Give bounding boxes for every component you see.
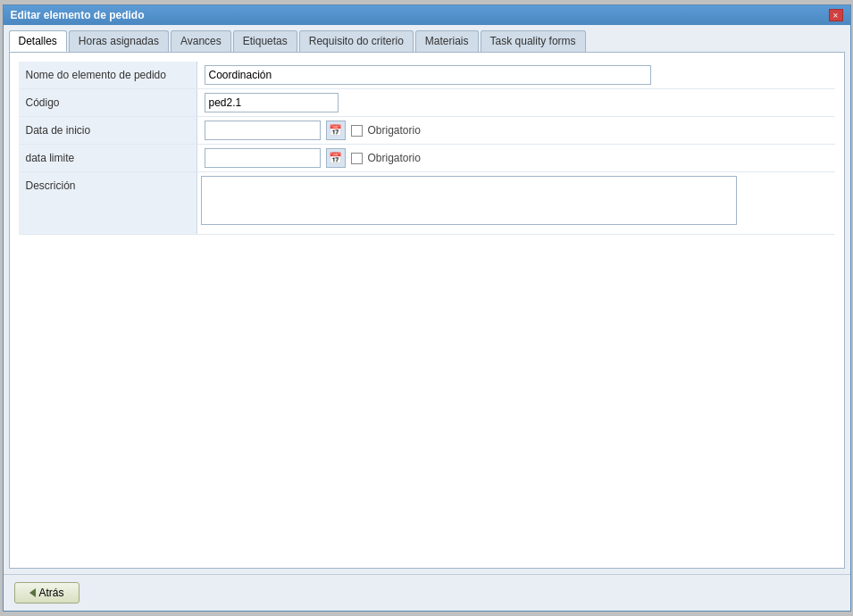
field-descripcion bbox=[197, 172, 835, 234]
textarea-descripcion[interactable] bbox=[201, 176, 737, 225]
obrigatorio-label-limite: Obrigatorio bbox=[368, 152, 421, 164]
tab-detalles[interactable]: Detalles bbox=[9, 30, 67, 52]
form-row-datainicio: Data de inicio 📅 Obrigatorio bbox=[19, 117, 835, 145]
arrow-left-icon bbox=[29, 588, 36, 597]
label-datalimite: data limite bbox=[19, 145, 197, 171]
checkbox-obrigatorio-limite[interactable] bbox=[351, 153, 363, 164]
obrigatorio-label-inicio: Obrigatorio bbox=[368, 124, 421, 137]
dialog-window: Editar elemento de pedido × Detalles Hor… bbox=[3, 4, 851, 612]
title-bar: Editar elemento de pedido × bbox=[4, 5, 850, 25]
input-codigo[interactable] bbox=[205, 93, 339, 112]
label-descripcion: Descrición bbox=[19, 172, 197, 234]
form-row-descripcion: Descrición bbox=[19, 172, 835, 235]
field-datalimite: 📅 Obrigatorio bbox=[197, 145, 835, 171]
tab-avances[interactable]: Avances bbox=[171, 30, 231, 52]
input-datalimite[interactable] bbox=[205, 148, 321, 168]
dialog-body: Detalles Horas asignadas Avances Etiquet… bbox=[4, 25, 850, 574]
tab-requisito[interactable]: Requisito do criterio bbox=[299, 30, 414, 52]
tab-etiquetas[interactable]: Etiquetas bbox=[233, 30, 297, 52]
field-nome bbox=[197, 62, 835, 88]
calendar-button-inicio[interactable]: 📅 bbox=[326, 121, 346, 140]
tab-horas-asignadas[interactable]: Horas asignadas bbox=[69, 30, 169, 52]
tab-content-detalles: Nome do elemento de pedido Código Data d… bbox=[9, 52, 845, 569]
dialog-footer: Atrás bbox=[4, 574, 850, 611]
label-datainicio: Data de inicio bbox=[19, 117, 197, 144]
field-codigo bbox=[197, 89, 835, 116]
calendar-icon-limite: 📅 bbox=[329, 152, 342, 164]
form-row-nome: Nome do elemento de pedido bbox=[19, 62, 835, 89]
tab-task-quality-forms[interactable]: Task quality forms bbox=[481, 30, 586, 52]
back-button-label: Atrás bbox=[39, 587, 64, 599]
calendar-button-limite[interactable]: 📅 bbox=[326, 148, 346, 168]
input-datainicio[interactable] bbox=[205, 121, 321, 140]
label-nome: Nome do elemento de pedido bbox=[19, 62, 197, 88]
close-button[interactable]: × bbox=[829, 9, 843, 21]
tab-bar: Detalles Horas asignadas Avances Etiquet… bbox=[9, 30, 845, 52]
form-row-datalimite: data limite 📅 Obrigatorio bbox=[19, 145, 835, 172]
field-datainicio: 📅 Obrigatorio bbox=[197, 117, 835, 144]
checkbox-obrigatorio-inicio[interactable] bbox=[351, 125, 363, 137]
input-nome[interactable] bbox=[205, 65, 651, 85]
back-button[interactable]: Atrás bbox=[14, 582, 79, 604]
calendar-icon-inicio: 📅 bbox=[329, 124, 342, 137]
tab-materiais[interactable]: Materiais bbox=[415, 30, 479, 52]
form-row-codigo: Código bbox=[19, 89, 835, 117]
dialog-title: Editar elemento de pedido bbox=[11, 9, 145, 21]
label-codigo: Código bbox=[19, 89, 197, 116]
